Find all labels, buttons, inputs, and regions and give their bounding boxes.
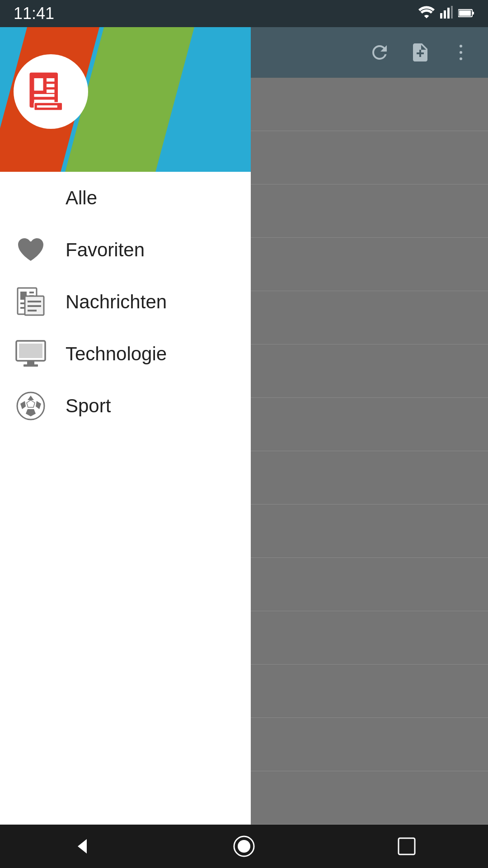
dimmed-row [251,771,488,825]
svg-rect-11 [47,90,55,93]
svg-rect-0 [440,13,442,19]
dimmed-row [251,131,488,184]
back-button[interactable] [59,828,104,864]
heart-icon [14,233,47,267]
menu-item-favoriten[interactable]: Favoriten [0,224,251,276]
signal-icon [440,6,453,22]
toolbar [251,27,488,78]
refresh-button[interactable] [361,34,398,71]
drawer: Alle Favoriten [0,27,251,825]
menu-label-favoriten: Favoriten [66,239,145,261]
svg-rect-30 [23,364,38,367]
right-panel [251,27,488,825]
dimmed-row [251,611,488,665]
dimmed-row [251,665,488,718]
svg-point-37 [460,45,462,47]
status-bar: 11:41 [0,0,488,27]
svg-rect-8 [34,78,43,91]
monitor-icon [14,337,47,371]
soccer-icon [14,389,47,423]
svg-point-42 [238,840,250,853]
svg-rect-2 [447,8,450,19]
svg-rect-18 [29,292,34,293]
menu-label-sport: Sport [66,395,111,417]
svg-rect-43 [399,838,415,854]
dimmed-row [251,238,488,291]
dimmed-row [251,398,488,451]
svg-rect-29 [27,361,34,364]
dimmed-row [251,718,488,771]
svg-rect-9 [47,78,55,82]
battery-icon [458,6,474,21]
newspaper-icon [14,285,47,319]
add-button[interactable] [402,34,438,71]
dimmed-row [251,558,488,611]
svg-rect-1 [444,10,446,19]
drawer-header [0,27,251,172]
wifi-icon [418,6,435,22]
home-button[interactable] [221,828,267,864]
svg-rect-15 [37,105,57,108]
dimmed-row [251,184,488,238]
dimmed-rows [251,78,488,825]
svg-rect-5 [459,10,471,16]
svg-rect-12 [34,94,54,97]
navigation-bar [0,825,488,868]
menu-item-technologie[interactable]: Technologie [0,328,251,380]
menu-label-alle: Alle [66,187,97,209]
news-icon [28,71,74,112]
menu-label-nachrichten: Nachrichten [66,291,167,313]
dimmed-row [251,451,488,505]
menu-label-technologie: Technologie [66,343,167,365]
dimmed-row [251,78,488,131]
svg-rect-24 [28,301,41,302]
menu-item-alle[interactable]: Alle [0,172,251,224]
main-layout: Alle Favoriten [0,27,488,825]
dimmed-row [251,291,488,344]
svg-rect-25 [28,305,41,307]
recent-button[interactable] [384,828,429,864]
status-icons [418,6,474,22]
dimmed-row [251,344,488,398]
drawer-menu: Alle Favoriten [0,172,251,825]
app-logo [14,54,88,129]
svg-point-38 [460,51,462,54]
svg-marker-40 [78,839,87,854]
svg-rect-10 [47,84,55,87]
svg-rect-3 [451,6,453,19]
menu-item-nachrichten[interactable]: Nachrichten [0,276,251,328]
menu-item-sport[interactable]: Sport [0,380,251,432]
status-time: 11:41 [14,4,54,23]
dimmed-row [251,505,488,558]
svg-point-39 [460,57,462,60]
svg-rect-28 [19,344,42,358]
svg-rect-6 [472,12,474,14]
more-options-button[interactable] [443,34,479,71]
svg-rect-26 [28,310,37,311]
